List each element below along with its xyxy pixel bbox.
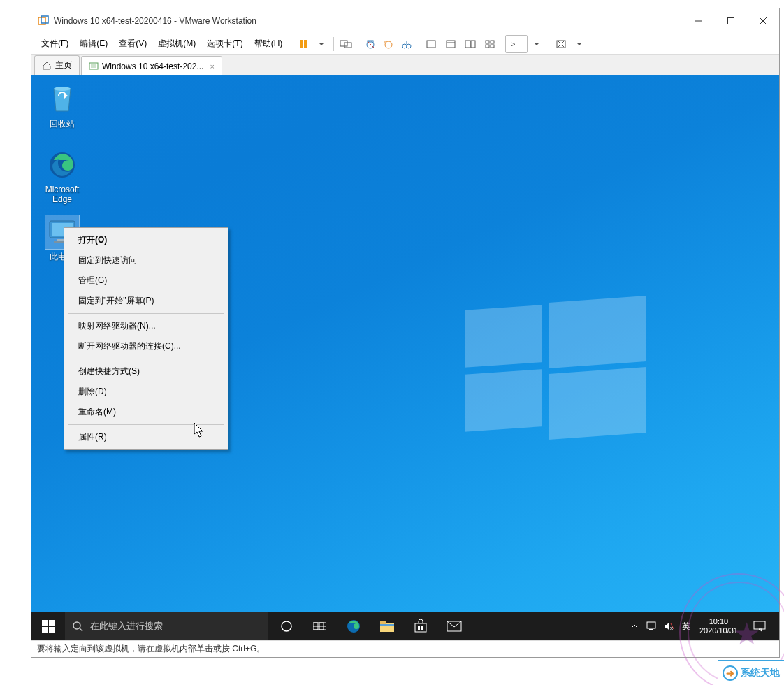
tray-network-icon[interactable] [644,612,660,640]
start-button[interactable] [31,612,65,640]
titlebar: Windows 10 x64-test-20200416 - VMware Wo… [31,8,779,34]
power-dropdown[interactable] [312,35,331,53]
svg-rect-57 [415,623,426,632]
thumbnail-view-button[interactable] [481,35,499,53]
stretch-dropdown[interactable] [528,35,546,53]
console-view-button[interactable] [461,35,479,53]
snapshot-manager-button[interactable] [398,35,416,53]
menu-tabs[interactable]: 选项卡(T) [201,35,248,52]
window-title: Windows 10 x64-test-20200416 - VMware Wo… [54,16,683,26]
svg-rect-44 [49,627,55,633]
taskbar-mail[interactable] [438,612,470,640]
svg-rect-26 [491,45,494,48]
search-placeholder: 在此键入进行搜索 [90,620,163,633]
svg-point-45 [73,622,80,629]
free-stretch-button[interactable] [552,35,570,53]
menu-edit[interactable]: 编辑(E) [74,35,113,52]
svg-rect-23 [486,41,489,43]
svg-rect-9 [340,41,347,46]
vmware-icon [37,15,50,27]
statusbar: 要将输入定向到该虚拟机，请在虚拟机内部单击或按 Ctrl+G。 [31,640,779,657]
taskbar-search[interactable]: 在此键入进行搜索 [65,612,268,640]
ctx-map-network-drive[interactable]: 映射网络驱动器(N)... [66,316,226,336]
watermark-star-icon: ★ [733,616,760,651]
ctx-disconnect-network-drive[interactable]: 断开网络驱动器的连接(C)... [66,336,226,356]
svg-rect-64 [649,629,653,630]
stretch-guest-button[interactable]: >_ [505,35,528,53]
svg-point-47 [282,621,291,631]
vm-icon [89,62,99,71]
svg-rect-42 [49,620,55,626]
svg-rect-43 [42,627,48,633]
svg-rect-24 [491,41,494,43]
guest-display[interactable]: 回收站 Microsoft Edge 此电脑 打开(O) 固定到快速访问 管理(… [31,75,779,640]
taskbar: 在此键入进行搜索 x 英 10:10 20 [31,612,779,640]
svg-rect-55 [380,621,386,624]
fullscreen-button[interactable] [422,35,440,53]
ctx-pin-quick-access[interactable]: 固定到快速访问 [66,250,226,271]
maximize-button[interactable] [715,10,747,32]
vmware-window: Windows 10 x64-test-20200416 - VMware Wo… [31,8,780,658]
desktop-icon-label: Microsoft [36,185,89,194]
view-mode-buttons [422,35,499,53]
menu-vm[interactable]: 虚拟机(M) [152,35,201,52]
svg-rect-60 [418,628,420,630]
menu-file[interactable]: 文件(F) [36,35,74,52]
context-menu: 打开(O) 固定到快速访问 管理(G) 固定到"开始"屏幕(P) 映射网络驱动器… [64,227,228,450]
svg-rect-25 [486,45,489,48]
svg-rect-41 [42,620,48,626]
brand-chip: ➜ 系统天地 [718,660,784,685]
svg-rect-58 [418,626,420,628]
svg-rect-3 [728,18,734,24]
desktop-icon-recycle-bin[interactable]: 回收站 [36,82,89,129]
svg-point-15 [402,44,407,48]
tab-home[interactable]: 主页 [34,55,80,75]
svg-rect-63 [647,622,655,628]
free-stretch-dropdown[interactable] [570,35,588,53]
send-ctrl-alt-del-button[interactable] [337,35,355,53]
brand-label: 系统天地 [741,667,780,679]
snapshot-revert-button[interactable] [379,35,398,53]
ctx-pin-start[interactable]: 固定到"开始"屏幕(P) [66,291,226,311]
svg-marker-65 [665,622,669,630]
ctx-open[interactable]: 打开(O) [66,230,226,250]
svg-rect-10 [344,43,351,48]
tab-active-vm[interactable]: Windows 10 x64-test-202... × [81,56,222,75]
taskbar-file-explorer[interactable] [371,612,403,640]
close-button[interactable] [747,10,779,32]
guest-desktop[interactable]: 回收站 Microsoft Edge 此电脑 打开(O) 固定到快速访问 管理(… [31,75,779,640]
menu-help[interactable]: 帮助(H) [249,35,289,52]
desktop-icon-label: 回收站 [36,119,89,129]
taskbar-store[interactable] [405,612,437,640]
snapshot-take-button[interactable] [361,35,379,53]
taskbar-cortana[interactable] [270,612,303,640]
tray-volume-icon[interactable]: x [662,612,677,640]
svg-point-16 [407,44,411,48]
brand-icon: ➜ [723,665,738,681]
menubar: 文件(F) 编辑(E) 查看(V) 虚拟机(M) 选项卡(T) 帮助(H) >_ [31,34,779,55]
tab-strip: 主页 Windows 10 x64-test-202... × [31,55,779,75]
tab-close-icon[interactable]: × [210,62,214,71]
ctx-rename[interactable]: 重命名(M) [66,402,226,422]
menu-view[interactable]: 查看(V) [113,35,152,52]
desktop-icon-edge[interactable]: Microsoft Edge [36,148,89,204]
minimize-button[interactable] [683,10,715,32]
home-icon [42,61,52,71]
ctx-manage[interactable]: 管理(G) [66,271,226,291]
ctx-delete[interactable]: 删除(D) [66,382,226,402]
search-icon [72,621,83,632]
svg-rect-59 [421,626,423,628]
tray-chevron-up-icon[interactable] [627,612,642,640]
unity-button[interactable] [442,35,460,53]
ctx-create-shortcut[interactable]: 创建快捷方式(S) [66,361,226,382]
taskbar-task-view[interactable] [304,612,336,640]
svg-rect-61 [421,628,423,630]
tab-home-label: 主页 [55,59,72,71]
ctx-properties[interactable]: 属性(R) [66,427,226,447]
recycle-bin-icon [45,82,79,116]
pause-button[interactable] [294,35,312,53]
taskbar-edge[interactable] [337,612,370,640]
svg-rect-18 [427,41,435,48]
svg-marker-28 [534,43,539,45]
svg-rect-7 [304,40,307,48]
